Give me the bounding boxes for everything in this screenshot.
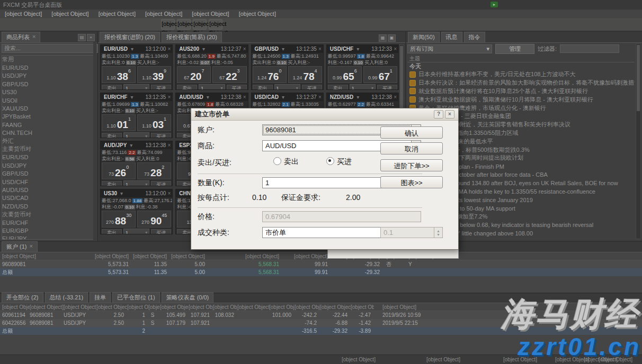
chevron-down-icon[interactable]: ▾ [282, 46, 284, 52]
tab-quotes-view[interactable]: 报价视窗(进阶) (20)× [100, 32, 160, 42]
close-icon[interactable]: × [30, 243, 33, 251]
tile-symbol[interactable]: AUD/USD [177, 94, 205, 100]
tab-positions[interactable]: 挂单× [90, 292, 111, 303]
tree-item[interactable]: - USD/CAD [2, 194, 93, 202]
tab-symbol-list[interactable]: 商品列表× [2, 32, 40, 42]
close-icon[interactable]: × [87, 34, 95, 41]
filter-input[interactable] [560, 44, 619, 53]
news-item[interactable]: 就业数据后预计澳储行将在10月降息25个基点 - 澳大利亚联邦银行 [407, 87, 635, 96]
tile-symbol[interactable]: AUS200 [177, 46, 201, 52]
close-icon[interactable]: × [32, 33, 35, 41]
chevron-down-icon[interactable]: ▾ [356, 94, 359, 100]
tree-item[interactable]: - 主要货币对 [2, 145, 93, 153]
column-header[interactable]: [object Object] [160, 304, 189, 310]
tile-sell-button[interactable]: 卖出 [177, 85, 197, 90]
tile-symbol[interactable]: EUR/CHF [102, 94, 129, 100]
column-header[interactable]: [object Object] [82, 253, 132, 259]
column-header[interactable]: [object Object] [148, 304, 160, 310]
tree-item[interactable]: - JPYBasket [2, 113, 93, 121]
tree-item[interactable]: - AUD/USD [2, 186, 93, 194]
chevron-down-icon[interactable]: ▾ [202, 46, 205, 52]
tile-close-icon[interactable]: × [167, 190, 171, 196]
confirm-button[interactable]: 确认 [380, 126, 443, 139]
column-header[interactable]: [object Object] [96, 304, 127, 310]
column-header[interactable]: [object Object] [208, 253, 282, 259]
toolbar-button[interactable] [130, 23, 141, 26]
tab-positions[interactable]: 开仓部位 (2)× [2, 292, 43, 303]
subscription-select[interactable]: 所有订阅▾ [407, 44, 492, 53]
column-header[interactable]: [object Object] [282, 253, 331, 259]
tree-item[interactable]: - 次要货币对 [2, 210, 93, 218]
column-header[interactable]: [object Object] [237, 304, 269, 310]
tree-item[interactable]: - EUR/CHF [2, 219, 93, 226]
toolbar-button[interactable] [118, 23, 128, 26]
menu-item[interactable]: [object Object] [234, 11, 281, 17]
toolbar-button[interactable] [143, 23, 154, 26]
buy-price-box[interactable]: 1.10031 [137, 114, 171, 131]
sell-price-box[interactable]: 0.99656 [328, 66, 362, 83]
toolbar-button[interactable] [92, 23, 103, 26]
tile-close-icon[interactable]: × [318, 94, 322, 100]
toolbar-button[interactable] [67, 23, 77, 26]
tree-item[interactable]: - NZD/USD [2, 202, 93, 210]
menu-item[interactable]: [object Object] [140, 11, 187, 17]
tab-news[interactable]: 讯息× [441, 32, 462, 42]
tree-item[interactable]: - EUR/GBP [2, 226, 93, 234]
tile-close-icon[interactable]: × [167, 46, 171, 52]
column-header[interactable]: [object Object] [2, 253, 82, 259]
toolbar-button[interactable] [41, 23, 52, 26]
column-header[interactable]: [object Object] [127, 304, 148, 310]
tree-item[interactable]: - 外汇 [2, 137, 93, 145]
sell-price-box[interactable]: 67207 [177, 66, 211, 83]
advanced-order-button[interactable]: 进阶下单>> [380, 159, 443, 171]
chevron-down-icon[interactable]: ▾ [130, 142, 132, 148]
tree-item[interactable]: - XAU/USD [2, 104, 93, 112]
help-icon[interactable]: ? [434, 110, 443, 119]
toolbar-button[interactable] [3, 23, 14, 26]
column-header[interactable]: [object Object] [170, 253, 208, 259]
tile-amount-input[interactable]: 1▾ [123, 180, 149, 186]
tile-symbol[interactable]: GBP/USD [253, 46, 281, 52]
sell-radio[interactable]: 卖出 [273, 157, 299, 167]
tile-close-icon[interactable]: × [394, 46, 397, 52]
tile-amount-input[interactable]: 1▾ [123, 132, 149, 138]
radio-selected-icon[interactable] [326, 157, 334, 165]
tile-amount-input[interactable]: 1▾ [123, 84, 149, 90]
search-input[interactable]: 搜索... [2, 44, 98, 53]
tile-buy-button[interactable]: 买进 [151, 133, 171, 139]
tree-item[interactable]: - EUR/USD [2, 153, 93, 161]
column-header[interactable]: [object Object] [2, 304, 30, 310]
chevron-down-icon[interactable]: ▾ [120, 190, 123, 196]
chevron-down-icon[interactable]: ▾ [282, 94, 284, 100]
collapse-icon[interactable]: ▤ [78, 34, 86, 41]
tree-item[interactable]: - FAANG [2, 121, 93, 129]
sell-price-box[interactable]: 1.10386 [102, 66, 136, 83]
news-column-header[interactable]: 主题 [407, 55, 635, 62]
chart-button[interactable]: 图表>> [380, 176, 443, 188]
buy-price-box[interactable]: 1.10399 [137, 66, 171, 83]
tree-item[interactable]: - US30 [2, 88, 93, 96]
toolbar-button[interactable] [54, 23, 65, 26]
toolbar-button[interactable] [29, 23, 39, 26]
column-header[interactable]: [object Object] [374, 304, 453, 310]
tree-item[interactable]: - CHN.TECH [2, 129, 93, 137]
tile-symbol[interactable]: USD/CAD [253, 94, 281, 100]
column-header[interactable]: [object Object] [269, 304, 295, 310]
buy-price-box[interactable]: 0.99671 [363, 66, 397, 83]
tab-quotes-view[interactable]: 报价视窗(简易) (20)× [162, 32, 222, 42]
account-row[interactable]: 960890815,573.3111.355.005,568.3199.91-2… [0, 260, 642, 268]
tab-positions[interactable]: 总结 (-33.21)× [45, 292, 88, 303]
chevron-down-icon[interactable]: ▾ [131, 46, 133, 52]
tile-close-icon[interactable]: × [167, 142, 171, 148]
chevron-down-icon[interactable]: ▾ [207, 94, 209, 100]
tile-buy-button[interactable]: 买进 [151, 229, 171, 235]
tile-sell-button[interactable]: 卖出 [102, 85, 122, 90]
tile-amount-input[interactable]: 1▾ [123, 229, 149, 234]
tab-news[interactable]: 指令× [464, 32, 485, 42]
buy-radio[interactable]: 买进 [326, 157, 352, 167]
tile-close-icon[interactable]: × [243, 94, 246, 100]
news-item[interactable]: 澳大利亚就业数据疲弱，预期澳储行10月将降息 - 澳大利亚联邦银行 [407, 95, 635, 104]
tile-buy-button[interactable]: 买进 [302, 85, 322, 90]
column-header[interactable]: [object Object] [30, 304, 64, 310]
menu-item[interactable]: [object Object] [0, 11, 47, 17]
